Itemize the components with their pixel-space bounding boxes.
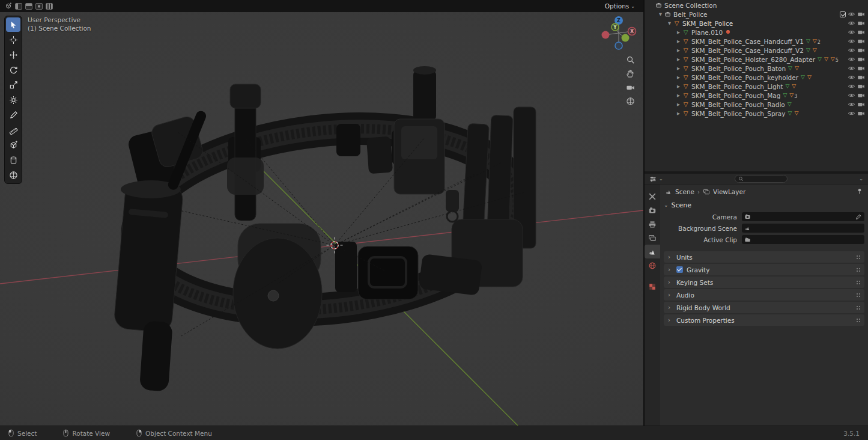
disable-render-camera-icon[interactable] — [857, 10, 865, 18]
expand-caret-icon[interactable]: ▶ — [675, 66, 682, 71]
editor-type-icon[interactable] — [5, 2, 12, 10]
camera-view-icon[interactable] — [626, 83, 635, 92]
disable-render-camera-icon[interactable] — [857, 46, 865, 54]
gizmo-y-neg-axis[interactable] — [622, 34, 630, 42]
outliner-row-object[interactable]: ▶ ▽ SKM_Belt_Police_Pouch_keyholder ▽ ▽ — [645, 73, 868, 82]
disable-render-camera-icon[interactable] — [857, 82, 865, 90]
cursor-tool[interactable] — [6, 32, 20, 47]
header-toggle-icon[interactable] — [25, 3, 32, 10]
eyedropper-icon[interactable] — [855, 211, 862, 222]
section-units[interactable]: › Units — [664, 251, 864, 263]
gravity-checkbox[interactable] — [676, 266, 683, 273]
expand-caret-icon[interactable]: ▶ — [675, 39, 682, 44]
expand-caret-icon[interactable]: ▶ — [675, 57, 682, 62]
disable-render-camera-icon[interactable] — [857, 91, 865, 99]
header-toggle-icon[interactable] — [46, 3, 53, 10]
expand-caret-icon[interactable]: ▼ — [666, 21, 673, 26]
move-tool[interactable] — [6, 47, 20, 62]
expand-caret-icon[interactable]: ▶ — [675, 84, 682, 89]
expand-caret-icon[interactable]: ▶ — [675, 111, 682, 116]
breadcrumb-view-layer[interactable]: ViewLayer — [713, 188, 745, 195]
hide-eye-icon[interactable] — [848, 37, 855, 45]
hide-eye-icon[interactable] — [848, 109, 855, 117]
drag-handle-icon[interactable] — [857, 255, 860, 259]
outliner-row-belt-police[interactable]: ▼ Belt_Police — [645, 10, 868, 19]
disable-render-camera-icon[interactable] — [857, 37, 865, 45]
add-cylinder-tool[interactable] — [6, 153, 20, 167]
tab-texture[interactable] — [645, 280, 660, 293]
hide-eye-icon[interactable] — [848, 64, 855, 72]
disable-render-camera-icon[interactable] — [857, 64, 865, 72]
measure-tool[interactable] — [6, 123, 20, 137]
filter-dropdown-icon[interactable]: ⌄ — [859, 176, 863, 182]
hide-eye-icon[interactable] — [848, 55, 855, 63]
disable-render-camera-icon[interactable] — [857, 28, 865, 36]
pin-icon[interactable] — [856, 188, 863, 196]
outliner-row-object[interactable]: ▼ ▽ SKM_Belt_Police — [645, 19, 868, 28]
hide-eye-icon[interactable] — [848, 73, 855, 81]
disable-render-camera-icon[interactable] — [857, 109, 865, 117]
drag-handle-icon[interactable] — [857, 319, 860, 322]
expand-caret-icon[interactable]: ▶ — [675, 93, 682, 98]
section-rigid-body-world[interactable]: › Rigid Body World — [664, 302, 864, 313]
tab-output[interactable] — [645, 217, 660, 231]
3d-viewport-canvas[interactable] — [0, 12, 643, 426]
add-sphere-tool[interactable] — [6, 168, 20, 182]
expand-caret-icon[interactable]: ▶ — [675, 30, 682, 35]
select-box-tool[interactable] — [6, 17, 20, 32]
outliner-row-object[interactable]: ▶ ▽ SKM_Belt_Police_Case_Handcuff_V2 ▽ ▽ — [645, 46, 868, 55]
expand-caret-icon[interactable]: ▼ — [657, 12, 664, 17]
tab-scene[interactable] — [645, 245, 660, 258]
scene-panel-header[interactable]: ⌄ Scene — [664, 199, 864, 211]
editor-type-icon[interactable] — [649, 176, 657, 183]
gizmo-x-neg-axis[interactable] — [602, 31, 610, 39]
options-button[interactable]: Options ⌄ — [601, 2, 639, 10]
3d-viewport[interactable]: Options ⌄ User Perspective (1) Scene Col… — [0, 0, 643, 426]
hide-eye-icon[interactable] — [848, 10, 855, 18]
add-cube-tool[interactable] — [6, 138, 20, 152]
outliner-row-object[interactable]: ▶ ▽ SKM_Belt_Police_Case_Handcuff_V1 ▽ ▽… — [645, 37, 868, 46]
camera-field[interactable] — [742, 212, 864, 221]
section-keying-sets[interactable]: › Keying Sets — [664, 277, 864, 288]
collection-exclude-checkbox[interactable] — [840, 11, 846, 17]
outliner-row-object[interactable]: ▶ ▽ SKM_Belt_Police_Pouch_Light ▽ ▽ — [645, 82, 868, 91]
section-audio[interactable]: › Audio — [664, 289, 864, 301]
drag-handle-icon[interactable] — [857, 293, 860, 297]
search-input[interactable] — [745, 176, 784, 182]
disable-render-camera-icon[interactable] — [857, 55, 865, 63]
expand-caret-icon[interactable]: ▶ — [675, 102, 682, 107]
expand-caret-icon[interactable]: ▶ — [675, 48, 682, 53]
hide-eye-icon[interactable] — [848, 28, 855, 36]
outliner-row-object[interactable]: ▶ ▽ SKM_Belt_Police_Holster_6280_Adapter… — [645, 55, 868, 64]
active-clip-field[interactable] — [742, 235, 864, 244]
tab-render[interactable] — [645, 203, 660, 217]
tab-tool[interactable] — [645, 189, 660, 203]
outliner-row-object[interactable]: ▶ ▽ Plane.010 — [645, 28, 868, 37]
rotate-tool[interactable] — [6, 63, 20, 77]
header-toggle-icon[interactable] — [35, 3, 43, 10]
drag-handle-icon[interactable] — [857, 268, 860, 272]
disable-render-camera-icon[interactable] — [857, 19, 865, 27]
breadcrumb-scene[interactable]: Scene — [675, 188, 694, 195]
outliner-row-object[interactable]: ▶ ▽ SKM_Belt_Police_Pouch_Spray ▽ ▽ — [645, 109, 868, 118]
navigation-gizmo[interactable]: Z X Y — [600, 14, 637, 52]
hide-eye-icon[interactable] — [848, 19, 855, 27]
background-scene-field[interactable] — [742, 224, 864, 233]
outliner-row-object[interactable]: ▶ ▽ SKM_Belt_Police_Pouch_Radio ▽ — [645, 100, 868, 109]
annotate-tool[interactable] — [6, 108, 20, 122]
tab-view-layer[interactable] — [645, 231, 660, 245]
drag-handle-icon[interactable] — [857, 281, 860, 284]
pan-hand-icon[interactable] — [626, 69, 635, 78]
properties-search[interactable] — [735, 175, 788, 183]
outliner-row-object[interactable]: ▶ ▽ SKM_Belt_Police_Pouch_Mag ▽ ▽ 3 — [645, 91, 868, 100]
scale-tool[interactable] — [6, 78, 20, 92]
outliner-row-scene-collection[interactable]: Scene Collection — [645, 1, 868, 10]
expand-caret-icon[interactable]: ▶ — [675, 75, 682, 80]
disable-render-camera-icon[interactable] — [857, 73, 865, 81]
hide-eye-icon[interactable] — [848, 46, 855, 54]
hide-eye-icon[interactable] — [848, 100, 855, 108]
section-custom-properties[interactable]: › Custom Properties — [664, 314, 864, 326]
orthographic-toggle-icon[interactable] — [626, 97, 635, 106]
gizmo-z-neg-axis[interactable] — [615, 42, 622, 49]
drag-handle-icon[interactable] — [857, 306, 860, 310]
